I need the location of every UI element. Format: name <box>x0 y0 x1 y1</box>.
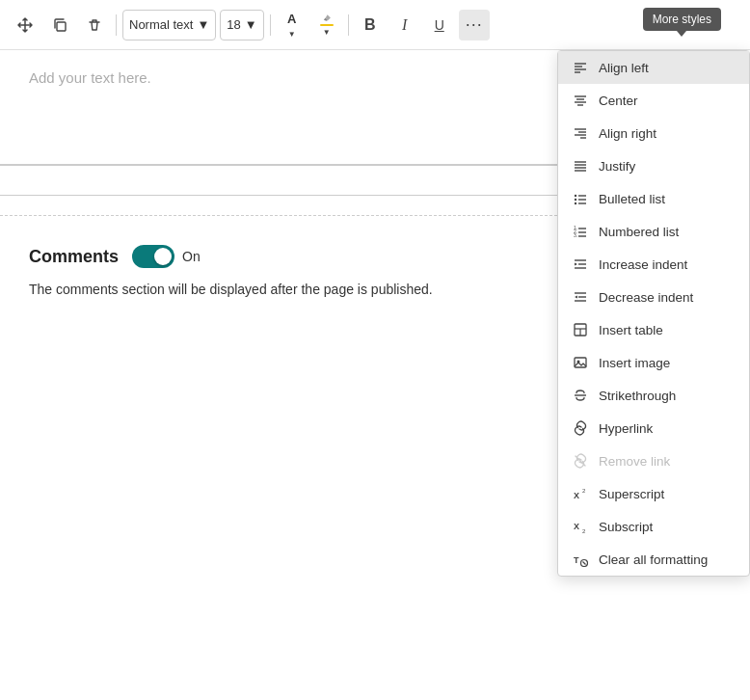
font-size-dropdown[interactable]: 18 ▼ <box>220 10 263 40</box>
delete-button[interactable] <box>79 10 110 40</box>
svg-rect-0 <box>57 22 66 31</box>
align-left-icon <box>572 60 589 75</box>
center-label: Center <box>599 94 638 108</box>
hyperlink-icon <box>572 420 589 436</box>
font-color-button[interactable]: A ▼ <box>277 10 308 40</box>
dropdown-item-insert-image[interactable]: Insert image <box>558 346 749 379</box>
svg-point-21 <box>575 202 576 204</box>
editor-wrapper: More styles Normal text ▼ 18 ▼ <box>0 0 750 700</box>
more-icon: ··· <box>466 14 483 35</box>
decrease-indent-icon <box>572 289 589 305</box>
divider-1 <box>116 14 117 36</box>
svg-line-48 <box>583 562 586 565</box>
style-chevron-icon: ▼ <box>197 17 209 32</box>
font-color-letter: A <box>287 12 296 26</box>
highlight-icon <box>320 13 334 22</box>
font-size-value: 18 <box>227 17 240 32</box>
dropdown-item-hyperlink[interactable]: Hyperlink <box>558 412 749 444</box>
decrease-indent-label: Decrease indent <box>599 290 693 305</box>
bulleted-list-label: Bulleted list <box>599 192 665 206</box>
insert-image-label: Insert image <box>599 356 670 370</box>
divider-3 <box>348 14 349 36</box>
dropdown-item-align-left[interactable]: Align left <box>558 51 749 84</box>
svg-text:3.: 3. <box>574 232 577 238</box>
highlight-color-button[interactable]: ▼ <box>311 10 342 40</box>
tooltip-label: More styles <box>653 13 711 26</box>
svg-line-41 <box>576 456 585 466</box>
bold-button[interactable]: B <box>355 10 386 40</box>
clear-formatting-label: Clear all formatting <box>599 552 708 567</box>
justify-icon <box>572 158 589 174</box>
subscript-icon: X2 <box>572 519 589 534</box>
dropdown-item-remove-link: Remove link <box>558 444 749 477</box>
toggle-track <box>132 245 174 268</box>
dropdown-item-align-right[interactable]: Align right <box>558 117 749 149</box>
dropdown-item-increase-indent[interactable]: Increase indent <box>558 248 749 281</box>
move-icon <box>17 17 33 33</box>
more-styles-tooltip: More styles <box>643 8 721 31</box>
insert-image-icon <box>572 355 589 370</box>
dropdown-item-strikethrough[interactable]: Strikethrough <box>558 379 749 412</box>
dropdown-item-clear-formatting[interactable]: TClear all formatting <box>558 543 749 576</box>
dropdown-item-decrease-indent[interactable]: Decrease indent <box>558 281 749 313</box>
center-icon <box>572 93 589 108</box>
italic-button[interactable]: I <box>389 10 420 40</box>
align-right-label: Align right <box>599 126 656 141</box>
svg-text:X: X <box>574 522 579 531</box>
dropdown-item-superscript[interactable]: X2Superscript <box>558 477 749 510</box>
toggle-thumb <box>154 248 172 265</box>
comments-toggle[interactable] <box>132 245 174 268</box>
dropdown-item-insert-table[interactable]: Insert table <box>558 313 749 346</box>
font-size-chevron-icon: ▼ <box>245 17 257 32</box>
comments-label: Comments <box>29 247 119 267</box>
increase-indent-icon <box>572 256 589 272</box>
clear-formatting-icon: T <box>572 552 589 567</box>
svg-point-17 <box>575 195 576 197</box>
bold-icon: B <box>364 16 376 34</box>
highlight-chevron-icon: ▼ <box>323 28 331 37</box>
divider-2 <box>270 14 271 36</box>
dropdown-item-center[interactable]: Center <box>558 84 749 117</box>
style-label: Normal text <box>129 17 193 32</box>
dropdown-item-subscript[interactable]: X2Subscript <box>558 510 749 543</box>
align-left-label: Align left <box>599 61 649 75</box>
copy-button[interactable] <box>44 10 75 40</box>
align-right-icon <box>572 125 589 141</box>
superscript-icon: X2 <box>572 486 589 501</box>
highlight-indicator <box>320 24 334 26</box>
copy-icon <box>52 17 67 33</box>
svg-text:X: X <box>574 491 579 500</box>
strikethrough-icon <box>572 388 589 403</box>
dropdown-item-numbered-list[interactable]: 1.2.3.Numbered list <box>558 215 749 248</box>
strikethrough-label: Strikethrough <box>599 389 676 403</box>
dropdown-item-justify[interactable]: Justify <box>558 149 749 182</box>
bulleted-list-icon <box>572 191 589 206</box>
increase-indent-label: Increase indent <box>599 257 687 272</box>
subscript-label: Subscript <box>599 520 653 534</box>
dropdown-item-bulleted-list[interactable]: Bulleted list <box>558 182 749 215</box>
superscript-label: Superscript <box>599 487 664 501</box>
underline-icon: U <box>435 17 444 33</box>
numbered-list-label: Numbered list <box>599 225 679 239</box>
insert-table-icon <box>572 322 589 337</box>
svg-point-19 <box>575 199 576 201</box>
move-button[interactable] <box>10 10 40 40</box>
toggle-on-label: On <box>182 249 201 264</box>
toolbar: Normal text ▼ 18 ▼ A ▼ ▼ B I <box>0 0 750 50</box>
hyperlink-label: Hyperlink <box>599 421 653 436</box>
font-color-chevron-icon: ▼ <box>288 30 296 39</box>
delete-icon <box>87 17 102 33</box>
toggle-wrapper: On <box>132 245 201 268</box>
svg-text:2: 2 <box>582 488 586 494</box>
svg-text:2: 2 <box>582 528 586 534</box>
underline-button[interactable]: U <box>424 10 455 40</box>
style-dropdown[interactable]: Normal text ▼ <box>122 10 216 40</box>
svg-rect-38 <box>575 358 586 367</box>
svg-text:T: T <box>574 555 579 565</box>
remove-link-icon <box>572 453 589 469</box>
insert-table-label: Insert table <box>599 323 663 337</box>
remove-link-label: Remove link <box>599 454 670 469</box>
italic-icon: I <box>402 16 407 34</box>
more-button[interactable]: ··· <box>459 10 490 40</box>
dropdown-menu: Align leftCenterAlign rightJustifyBullet… <box>557 50 750 577</box>
